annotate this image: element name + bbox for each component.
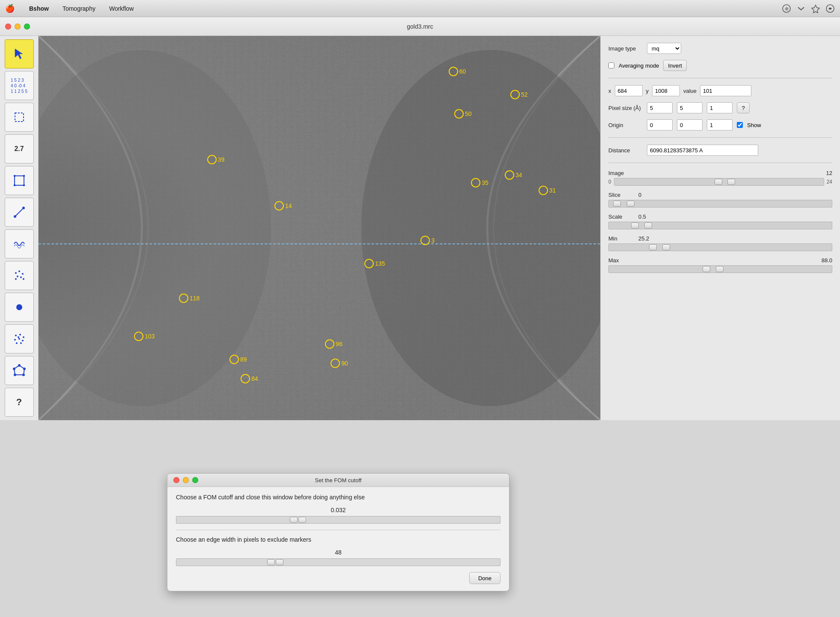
x-input[interactable] <box>615 85 643 96</box>
show-checkbox[interactable] <box>737 122 743 128</box>
tool-zoom[interactable]: 2.7 <box>5 134 34 163</box>
svg-point-20 <box>16 304 22 310</box>
menubar: 🍎 Bshow Tomography Workflow ⊕ <box>0 0 840 17</box>
svg-point-17 <box>20 276 22 278</box>
svg-point-38 <box>39 50 271 406</box>
bead-31[interactable]: 31 <box>539 186 556 195</box>
y-input[interactable] <box>652 85 680 96</box>
pixel-size-x[interactable] <box>647 102 673 113</box>
window-maximize-button[interactable] <box>24 24 30 30</box>
bead-52[interactable]: 52 <box>510 90 528 99</box>
min-slider-section: Min 25.2 <box>608 235 832 251</box>
svg-point-34 <box>14 374 16 376</box>
tool-point[interactable] <box>5 293 34 322</box>
fom-thumb-right[interactable] <box>298 517 306 523</box>
svg-rect-5 <box>15 176 24 185</box>
distance-input[interactable] <box>647 145 758 156</box>
tool-points[interactable] <box>5 261 34 290</box>
fom-minimize-button[interactable] <box>183 477 189 483</box>
image-type-label: Image type <box>608 45 643 52</box>
svg-point-11 <box>14 215 16 218</box>
distance-label: Distance <box>608 147 643 154</box>
svg-point-25 <box>18 338 20 340</box>
fom-thumb-left[interactable] <box>290 517 298 523</box>
min-slider-track[interactable] <box>608 243 832 251</box>
origin-z[interactable] <box>707 119 733 131</box>
menu-tomography[interactable]: Tomography <box>60 4 98 13</box>
system-icon-3 <box>811 4 820 13</box>
invert-button[interactable]: Invert <box>663 60 687 71</box>
tool-scatter[interactable] <box>5 324 34 353</box>
tool-select-rect[interactable] <box>5 103 34 132</box>
fom-edge-thumb-left[interactable] <box>267 559 275 565</box>
max-slider-row <box>608 265 832 273</box>
fom-edge-thumb-right[interactable] <box>276 559 283 565</box>
max-slider-section: Max 88.0 <box>608 257 832 273</box>
image-type-row: Image type mq raw fft <box>608 43 832 54</box>
svg-rect-4 <box>15 113 24 122</box>
pixel-help-button[interactable]: ? <box>737 102 750 113</box>
image-slider-track[interactable] <box>614 178 824 186</box>
svg-point-15 <box>22 273 24 275</box>
fom-done-button[interactable]: Done <box>469 572 500 584</box>
bead-89[interactable]: 89 <box>229 355 247 364</box>
fom-maximize-button[interactable] <box>192 477 198 483</box>
min-slider-row <box>608 243 832 251</box>
slice-slider-track[interactable] <box>608 200 832 208</box>
tool-polygon[interactable] <box>5 356 34 385</box>
bead-60[interactable]: 60 <box>449 67 466 76</box>
window-close-button[interactable] <box>5 24 11 30</box>
bead-39[interactable]: 39 <box>207 155 225 164</box>
bead-14[interactable]: 14 <box>274 201 292 211</box>
bead-135[interactable]: 135 <box>364 259 385 268</box>
svg-point-32 <box>23 368 26 370</box>
tool-line[interactable] <box>5 198 34 227</box>
fom-edge-slider[interactable] <box>176 558 500 566</box>
bead-35[interactable]: 35 <box>471 178 489 187</box>
image-viewport[interactable]: 60 52 50 39 35 34 31 14 <box>39 36 600 420</box>
image-type-select[interactable]: mq raw fft <box>647 43 681 54</box>
scale-slider-value: 0.5 <box>638 214 832 220</box>
averaging-mode-checkbox[interactable] <box>608 62 614 68</box>
bead-96[interactable]: 96 <box>325 339 343 349</box>
max-slider-track[interactable] <box>608 265 832 273</box>
tool-help[interactable]: ? <box>5 388 34 417</box>
origin-label: Origin <box>608 122 643 128</box>
show-label: Show <box>747 122 761 128</box>
window-minimize-button[interactable] <box>15 24 21 30</box>
scale-slider-track[interactable] <box>608 222 832 229</box>
pixel-size-z[interactable] <box>707 102 733 113</box>
value-label: value <box>683 88 697 94</box>
origin-row: Origin Show <box>608 119 832 131</box>
image-slider-label: Image <box>608 170 634 176</box>
averaging-mode-row: Averaging mode Invert <box>608 60 832 71</box>
tool-rect-roi[interactable] <box>5 166 34 195</box>
fom-edge-slider-row <box>176 558 500 566</box>
origin-x[interactable] <box>647 119 673 131</box>
fom-close-button[interactable] <box>173 477 179 483</box>
menu-workflow[interactable]: Workflow <box>107 4 136 13</box>
svg-point-14 <box>18 270 20 272</box>
bead-90[interactable]: 90 <box>331 359 348 368</box>
bead-118[interactable]: 118 <box>179 294 200 303</box>
pixel-size-y[interactable] <box>677 102 703 113</box>
slice-slider-label: Slice <box>608 192 634 198</box>
fom-window: Set the FOM cutoff Choose a FOM cutoff a… <box>167 473 509 591</box>
tool-arrow[interactable] <box>5 39 34 68</box>
bead-50[interactable]: 50 <box>454 109 472 119</box>
svg-line-10 <box>15 208 24 217</box>
tool-contour[interactable] <box>5 229 34 258</box>
bead-103[interactable]: 103 <box>134 332 155 341</box>
bead-34[interactable]: 34 <box>505 170 522 180</box>
svg-point-22 <box>19 334 21 335</box>
menubar-system-icons: ⊕ <box>782 4 835 13</box>
menu-bshow[interactable]: Bshow <box>27 4 51 13</box>
value-input[interactable] <box>700 85 751 96</box>
bead-3[interactable]: 3 <box>420 236 435 245</box>
origin-y[interactable] <box>677 119 703 131</box>
image-slider-row: 0 24 <box>608 178 832 186</box>
bead-84[interactable]: 84 <box>241 374 258 383</box>
fom-slider[interactable] <box>176 516 500 524</box>
apple-menu[interactable]: 🍎 <box>5 4 15 13</box>
tool-matrix[interactable]: 1 5 2 34 0 -0 41 1 2 5 5 <box>5 71 34 100</box>
